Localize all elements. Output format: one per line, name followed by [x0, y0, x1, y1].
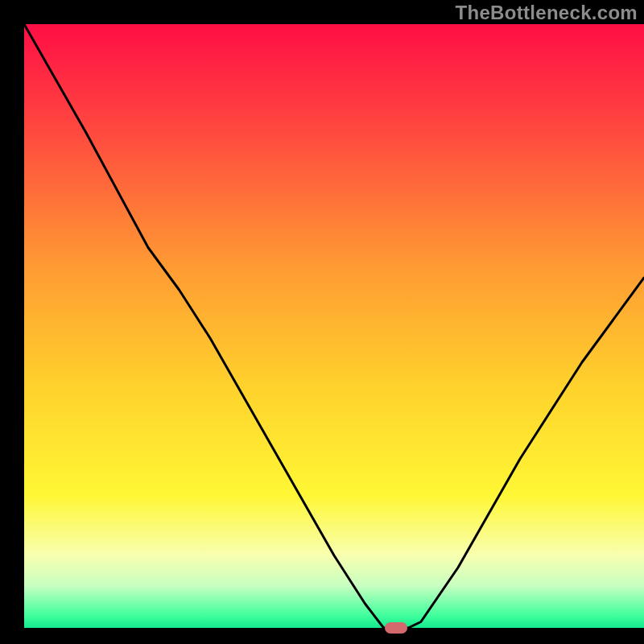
chart-container: TheBottleneck.com — [0, 0, 644, 644]
plot-background — [24, 24, 644, 628]
optimum-marker — [385, 622, 407, 634]
watermark-text: TheBottleneck.com — [456, 2, 638, 24]
bottleneck-chart — [0, 0, 644, 644]
